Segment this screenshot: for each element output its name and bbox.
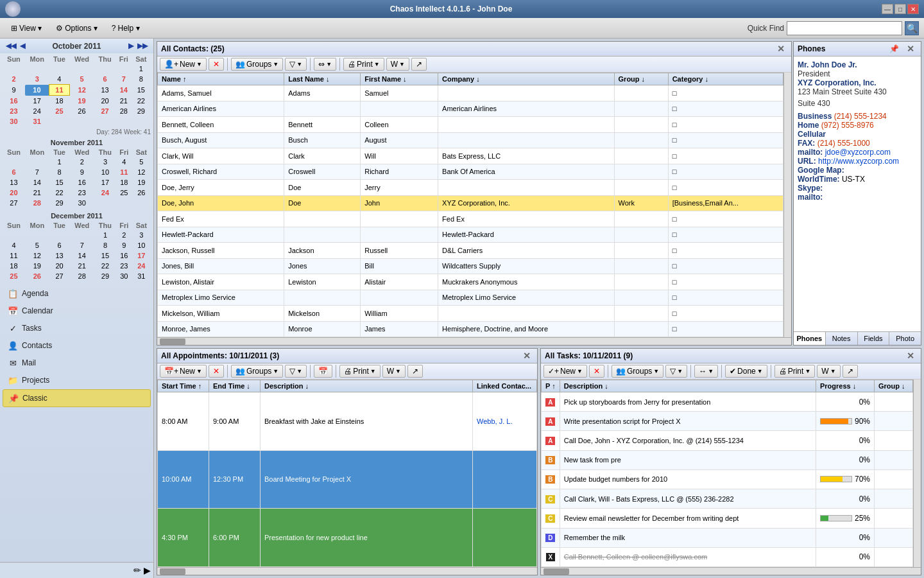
tasks-col-priority[interactable]: P ↑ [542,380,560,392]
sidebar-item-tasks[interactable]: ✓ Tasks [3,320,151,337]
appt-new-button[interactable]: 📅+ New ▼ [160,365,207,378]
sidebar-item-contacts[interactable]: 👤 Contacts [3,337,151,354]
appt-word-button[interactable]: W ▼ [382,365,406,378]
options-menu[interactable]: ⚙ Options ▾ [50,21,103,35]
prev-prev-month-button[interactable]: ◀◀ [4,41,18,51]
pin-button[interactable]: 📌 [887,44,902,53]
appt-col-desc[interactable]: Description ↓ [261,380,473,392]
contacts-print-button[interactable]: 🖨 Print ▼ [343,58,384,71]
contact-row[interactable]: Adams, Samuel Adams Samuel □ [158,85,783,101]
contact-row[interactable]: Fed Ex Fed Ex □ [158,211,783,227]
col-lastname[interactable]: Last Name ↓ [284,73,361,85]
tasks-col-progress[interactable]: Progress ↓ [816,380,874,392]
appt-print-button[interactable]: 🖨 Print ▼ [339,365,381,378]
appt-filter-button[interactable]: ▽ ▼ [285,365,307,378]
appt-export-button[interactable]: ↗ [407,365,423,378]
appointment-row[interactable]: 8:00 AM 9:00 AM Breakfast with Jake at E… [158,392,537,451]
help-menu[interactable]: ? Help ▾ [106,21,146,35]
contact-row[interactable]: Mickelson, William Mickelson William □ [158,306,783,322]
next-month-button[interactable]: ▶ [126,41,135,51]
sidebar-item-calendar[interactable]: 📅 Calendar [3,302,151,319]
tasks-close-button[interactable]: ✕ [904,351,917,361]
appt-groups-button[interactable]: 👥 Groups ▼ [231,365,283,378]
sidebar-item-projects[interactable]: 📁 Projects [3,372,151,389]
appointment-row[interactable]: 4:30 PM 6:00 PM Presentation for new pro… [158,509,537,567]
contact-row[interactable]: Monroe, James Monroe James Hemisphere, D… [158,321,783,337]
tab-fields[interactable]: Fields [858,332,890,345]
tasks-hscroll[interactable] [541,567,921,575]
contact-row[interactable]: Croswell, Richard Croswell Richard Bank … [158,164,783,180]
contact-row[interactable]: Clark, Will Clark Will Bats Express, LLC… [158,148,783,164]
appt-delete-button[interactable]: ✕ [209,365,224,378]
quick-find-button[interactable]: 🔍 [905,21,919,35]
tasks-delete-button[interactable]: ✕ [589,365,604,378]
contacts-delete-button[interactable]: ✕ [209,58,224,71]
prev-month-button[interactable]: ◀ [18,41,27,51]
url-link[interactable]: http://www.xyzcorp.com [818,157,899,166]
contacts-export-button[interactable]: ↗ [411,58,427,71]
contact-row[interactable]: Busch, August Busch August □ [158,132,783,148]
tasks-done-button[interactable]: ✔ Done ▼ [725,365,767,378]
email-link[interactable]: jdoe@xyzcorp.com [825,148,891,157]
sidebar-item-agenda[interactable]: 📋 Agenda [3,285,151,302]
contacts-filter-button[interactable]: ▽ ▼ [285,58,307,71]
appt-hscroll[interactable] [157,567,537,575]
contacts-hscroll[interactable] [157,337,791,345]
col-name[interactable]: Name ↑ [158,73,284,85]
task-row[interactable]: A Call Doe, John - XYZ Corporation, Inc.… [542,431,913,450]
col-category[interactable]: Category ↓ [668,73,783,85]
contact-row[interactable]: Bennett, Colleen Bennett Colleen □ [158,117,783,133]
contacts-merge-button[interactable]: ⇔ ▼ [314,58,336,71]
maximize-button[interactable]: □ [894,4,906,14]
tasks-print-button[interactable]: 🖨 Print ▼ [774,365,816,378]
appt-calendar-button[interactable]: 📅 [314,365,332,378]
task-row[interactable]: D Remember the milk 0% [542,528,913,547]
sidebar-edit-icon[interactable]: ✏ [133,565,141,575]
tab-photo[interactable]: Photo [889,332,921,345]
sidebar-item-mail[interactable]: ✉ Mail [3,355,151,371]
contact-row[interactable]: Jackson, Russell Jackson Russell D&L Car… [158,243,783,259]
task-row[interactable]: B New task from pre 0% [542,450,913,469]
col-group[interactable]: Group ↓ [614,73,668,85]
contacts-vscroll[interactable] [783,73,791,337]
tab-notes[interactable]: Notes [826,332,858,345]
minimize-button[interactable]: — [882,4,893,14]
appt-col-start[interactable]: Start Time ↑ [158,380,209,392]
contact-row[interactable]: Hewlett-Packard Hewlett-Packard □ [158,227,783,243]
appt-col-contact[interactable]: Linked Contac... [473,380,537,392]
tasks-new-button[interactable]: ✓+ New ▼ [543,365,587,378]
phones-close-button[interactable]: ✕ [904,44,917,54]
contact-row[interactable]: American Airlines American Airlines □ [158,101,783,117]
tab-phones[interactable]: Phones [794,332,826,345]
view-menu[interactable]: ⊞ View ▾ [5,21,47,35]
appointments-close-button[interactable]: ✕ [520,351,533,361]
task-row[interactable]: C Review email newsletter for December f… [542,509,913,528]
task-row[interactable]: C Call Clark, Will - Bats Express, LLC @… [542,489,913,509]
appointment-row[interactable]: 10:00 AM 12:30 PM Board Meeting for Proj… [158,450,537,509]
sidebar-expand-icon[interactable]: ▶ [144,565,151,575]
contacts-new-button[interactable]: 👤+ New ▼ [160,58,207,71]
contacts-word-button[interactable]: W ▼ [386,58,409,71]
col-company[interactable]: Company ↓ [438,73,614,85]
task-row[interactable]: B Update budget numbers for 2010 70% [542,469,913,489]
task-row[interactable]: A Write presentation script for Project … [542,412,913,431]
tasks-col-group[interactable]: Group ↓ [875,380,913,392]
contacts-close-button[interactable]: ✕ [774,44,787,54]
tasks-groups-button[interactable]: 👥 Groups ▼ [612,365,663,378]
next-next-month-button[interactable]: ▶▶ [135,41,150,51]
tasks-export-button[interactable]: ↗ [843,365,858,378]
contact-row[interactable]: Lewiston, Alistair Lewiston Alistair Muc… [158,274,783,290]
tasks-move-button[interactable]: ↔ ▼ [694,365,718,378]
appt-col-end[interactable]: End Time ↓ [209,380,261,392]
task-row[interactable]: A Pick up storyboards from Jerry for pre… [542,392,913,412]
sidebar-item-classic[interactable]: 📌 Classic [3,389,151,407]
quick-find-input[interactable] [787,21,902,35]
tasks-vscroll[interactable] [913,380,921,567]
contact-row[interactable]: Jones, Bill Jones Bill Wildcatters Suppl… [158,258,783,274]
contact-row[interactable]: Metroplex Limo Service Metroplex Limo Se… [158,290,783,306]
tasks-col-desc[interactable]: Description ↓ [560,380,816,392]
close-button[interactable]: ✕ [907,4,919,14]
task-row[interactable]: X Call Bennett, Colleen @ colleen@iflysw… [542,547,913,566]
tasks-word-button[interactable]: W ▼ [817,365,840,378]
contact-row[interactable]: Doe, Jerry Doe Jerry □ [158,180,783,196]
